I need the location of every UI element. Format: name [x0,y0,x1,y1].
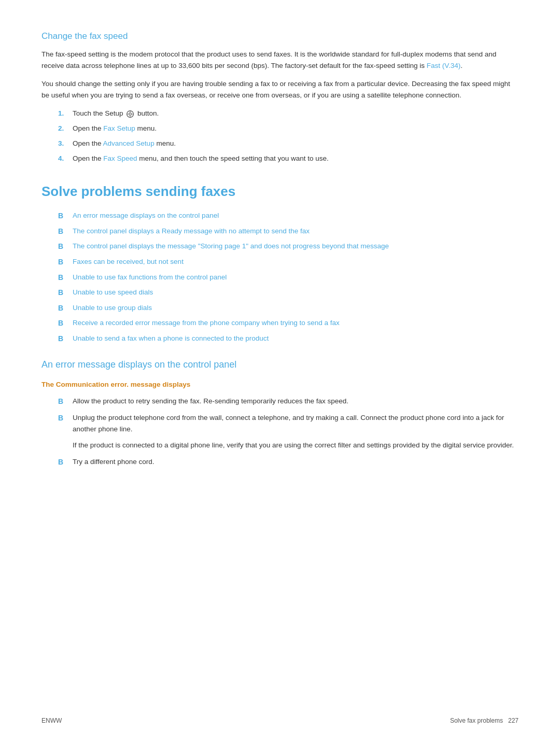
link-item-9: B Unable to send a fax when a phone is c… [73,333,519,344]
error-message-link[interactable]: An error message displays on the control… [73,212,219,219]
link-item-3: B The control panel displays the message… [73,241,519,252]
link-item-2: B The control panel displays a Ready mes… [73,226,519,237]
digital-phone-note: If the product is connected to a digital… [73,440,519,451]
error-solutions-list-2: B Try a different phone cord. [73,456,519,468]
section3-heading: An error message displays on the control… [41,359,519,370]
link-item-1: B An error message displays on the contr… [73,210,519,221]
ready-message-link[interactable]: The control panel displays a Ready messa… [73,227,310,235]
fax-setup-link[interactable]: Fax Setup [103,124,135,132]
step-3: 3. Open the Advanced Setup menu. [73,138,519,150]
svg-point-1 [129,113,132,115]
link-item-7: B Unable to use group dials [73,302,519,314]
step-1: 1. Touch the Setup button. [73,108,519,120]
unable-fax-functions-link[interactable]: Unable to use fax functions from the con… [73,273,227,281]
recorded-error-link[interactable]: Receive a recorded error message from th… [73,319,340,327]
section2-heading: Solve problems sending faxes [41,184,519,200]
setup-icon [126,110,134,118]
link-item-4: B Faxes can be received, but not sent [73,256,519,268]
faxes-received-link[interactable]: Faxes can be received, but not sent [73,258,184,265]
storing-page-link[interactable]: The control panel displays the message "… [73,242,389,250]
advanced-setup-link[interactable]: Advanced Setup [103,139,155,147]
error-solution-3: B Try a different phone cord. [73,456,519,468]
section1-para2: You should change the setting only if yo… [41,78,519,101]
error-solutions-list: B Allow the product to retry sending the… [73,396,519,434]
steps-list: 1. Touch the Setup button. 2. Open the F… [73,108,519,165]
error-solution-2: B Unplug the product telephone cord from… [73,412,519,434]
communication-error-subheading: The Communication error. message display… [41,381,519,388]
unable-speed-dials-link[interactable]: Unable to use speed dials [73,288,153,296]
error-solution-1: B Allow the product to retry sending the… [73,396,519,407]
footer-right: Solve fax problems 227 [450,717,519,724]
fast-v34-link[interactable]: Fast (V.34) [427,62,461,69]
solve-problems-list: B An error message displays on the contr… [73,210,519,344]
step-4: 4. Open the Fax Speed menu, and then tou… [73,153,519,165]
footer-left: ENWW [41,717,62,724]
step-2: 2. Open the Fax Setup menu. [73,123,519,135]
fax-speed-link[interactable]: Fax Speed [103,154,137,162]
section1-para1: The fax-speed setting is the modem proto… [41,49,519,71]
page-footer: ENWW Solve fax problems 227 [41,717,519,724]
section1-heading: Change the fax speed [41,31,519,41]
section1-para1-end: . [460,62,463,69]
unable-group-dials-link[interactable]: Unable to use group dials [73,304,152,312]
link-item-5: B Unable to use fax functions from the c… [73,272,519,283]
link-item-8: B Receive a recorded error message from … [73,317,519,329]
link-item-6: B Unable to use speed dials [73,287,519,298]
unable-send-phone-link[interactable]: Unable to send a fax when a phone is con… [73,334,269,342]
